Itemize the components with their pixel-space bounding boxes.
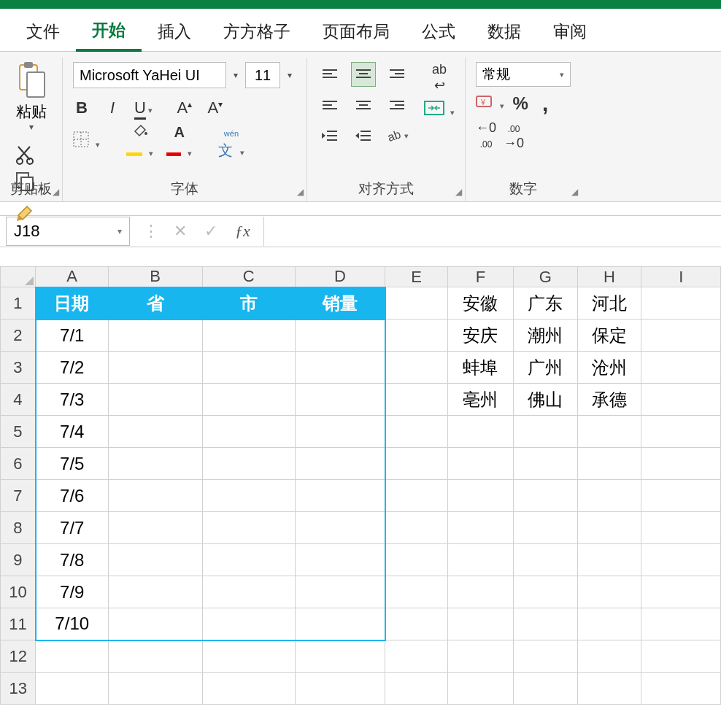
cell[interactable] — [641, 384, 721, 416]
row-header[interactable]: 5 — [1, 416, 36, 448]
cell[interactable] — [513, 512, 577, 544]
align-top-right-icon[interactable] — [385, 62, 409, 87]
font-color-icon[interactable]: A — [166, 123, 192, 160]
percent-icon[interactable]: % — [512, 93, 529, 114]
cell[interactable] — [202, 416, 295, 448]
cell[interactable] — [641, 608, 721, 640]
cell[interactable] — [202, 640, 295, 673]
cell[interactable] — [108, 448, 202, 480]
cell[interactable] — [385, 480, 448, 512]
cell[interactable] — [108, 480, 202, 512]
cell[interactable] — [641, 287, 721, 320]
cell[interactable] — [295, 320, 385, 352]
cell[interactable] — [577, 416, 641, 448]
align-mid-right-icon[interactable] — [385, 93, 409, 117]
row-header[interactable]: 13 — [1, 673, 36, 705]
cell[interactable] — [577, 576, 641, 608]
phonetic-icon[interactable]: wén 文 — [218, 122, 244, 160]
cell[interactable]: 7/6 — [36, 480, 108, 512]
cell[interactable]: 佛山 — [513, 384, 577, 416]
align-top-left-icon[interactable] — [317, 62, 342, 87]
cell[interactable]: 承德 — [577, 384, 641, 416]
tab-file[interactable]: 文件 — [10, 16, 76, 50]
cell[interactable] — [577, 448, 641, 480]
cell[interactable] — [108, 384, 202, 416]
cell[interactable] — [513, 608, 577, 640]
align-mid-center-icon[interactable] — [351, 93, 376, 117]
cell[interactable] — [108, 320, 202, 352]
cell[interactable] — [448, 576, 514, 608]
cell[interactable] — [202, 480, 295, 512]
cell[interactable]: 蚌埠 — [448, 352, 514, 384]
col-header[interactable]: B — [108, 267, 202, 287]
increase-font-icon[interactable]: A▴ — [176, 98, 193, 117]
cell[interactable]: 亳州 — [448, 384, 514, 416]
cell[interactable]: 销量 — [295, 287, 385, 320]
font-launcher-icon[interactable]: ◢ — [297, 187, 304, 197]
col-header[interactable]: A — [36, 267, 108, 287]
cell[interactable] — [295, 448, 385, 480]
cell[interactable] — [202, 352, 295, 384]
col-header[interactable]: G — [513, 267, 577, 287]
format-painter-icon[interactable] — [15, 201, 44, 222]
cell[interactable] — [448, 480, 514, 512]
cell[interactable] — [448, 544, 514, 576]
row-header[interactable]: 11 — [1, 608, 36, 640]
cell[interactable]: 广东 — [513, 287, 577, 320]
col-header[interactable]: I — [641, 267, 721, 287]
paste-label[interactable]: 粘贴 — [16, 101, 47, 122]
cell[interactable] — [385, 576, 448, 608]
cell[interactable]: 7/5 — [36, 448, 108, 480]
cell[interactable] — [448, 640, 514, 673]
cell[interactable] — [295, 608, 385, 640]
row-header[interactable]: 12 — [1, 640, 36, 673]
cell[interactable] — [202, 384, 295, 416]
row-header[interactable]: 10 — [1, 576, 36, 608]
decrease-font-icon[interactable]: A▾ — [207, 98, 224, 117]
underline-button[interactable]: U — [134, 98, 153, 117]
col-header[interactable]: E — [385, 267, 448, 287]
orientation-icon[interactable]: ab — [385, 123, 409, 148]
row-header[interactable]: 2 — [1, 320, 36, 352]
tab-review[interactable]: 审阅 — [537, 16, 603, 50]
cell[interactable] — [295, 352, 385, 384]
select-all-corner[interactable] — [1, 267, 36, 287]
cell[interactable]: 7/4 — [36, 416, 108, 448]
decrease-indent-icon[interactable] — [317, 123, 342, 148]
cell[interactable]: 7/3 — [36, 384, 108, 416]
cell[interactable]: 7/7 — [36, 512, 108, 544]
paste-dropdown[interactable]: ▾ — [25, 122, 38, 132]
cell[interactable] — [641, 480, 721, 512]
cell[interactable] — [513, 416, 577, 448]
col-header[interactable]: F — [448, 267, 514, 287]
cell[interactable] — [385, 640, 448, 673]
font-size-dropdown[interactable]: ▾ — [283, 70, 296, 80]
col-header[interactable]: H — [577, 267, 641, 287]
cell[interactable] — [385, 448, 448, 480]
cell[interactable] — [202, 673, 295, 705]
tab-data[interactable]: 数据 — [471, 16, 537, 50]
cell[interactable] — [385, 673, 448, 705]
cell[interactable] — [108, 673, 202, 705]
cell[interactable] — [641, 512, 721, 544]
row-header[interactable]: 4 — [1, 384, 36, 416]
cell[interactable] — [36, 640, 108, 673]
increase-decimal-icon[interactable]: ←0.00 — [476, 120, 496, 151]
cell[interactable] — [577, 608, 641, 640]
cell[interactable]: 日期 — [36, 287, 108, 320]
cell[interactable] — [641, 320, 721, 352]
cell[interactable] — [577, 640, 641, 673]
cell[interactable]: 河北 — [577, 287, 641, 320]
cell[interactable]: 7/8 — [36, 544, 108, 576]
font-size-select[interactable]: 11 — [245, 62, 280, 88]
cell[interactable] — [202, 608, 295, 640]
cell[interactable] — [295, 416, 385, 448]
row-header[interactable]: 7 — [1, 480, 36, 512]
col-header[interactable]: C — [202, 267, 295, 287]
cell[interactable] — [641, 416, 721, 448]
cell[interactable] — [385, 416, 448, 448]
row-header[interactable]: 1 — [1, 287, 36, 320]
cut-icon[interactable] — [15, 144, 44, 166]
cell[interactable] — [577, 512, 641, 544]
cell[interactable] — [448, 608, 514, 640]
